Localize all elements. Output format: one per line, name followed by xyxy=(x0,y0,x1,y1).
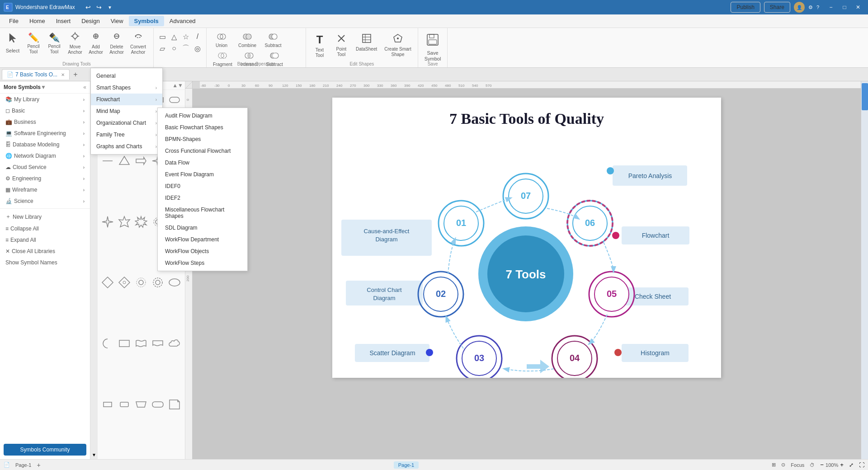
settings-button[interactable]: ⚙ xyxy=(808,5,813,10)
menu-design[interactable]: Design xyxy=(76,16,105,26)
dropdown-event-flow[interactable]: Event Flow Diagram xyxy=(158,169,247,180)
create-smart-shape-tool[interactable]: Create SmartShape xyxy=(382,32,414,59)
symbols-community-button[interactable]: Symbols Community xyxy=(4,444,86,456)
dropdown-idef0[interactable]: IDEF0 xyxy=(158,180,247,192)
menu-symbols[interactable]: Symbols xyxy=(129,16,164,26)
undo-button[interactable]: ↩ xyxy=(83,2,93,12)
zoom-out-button[interactable]: − xyxy=(820,461,824,468)
fullscreen-button[interactable]: ⛶ xyxy=(859,462,864,468)
shape-4star2[interactable] xyxy=(100,215,115,229)
shape-wave-rect2[interactable] xyxy=(151,336,165,351)
submenu-family-tree[interactable]: Family Tree › xyxy=(91,129,162,141)
dropdown-data-flow[interactable]: Data Flow xyxy=(158,157,247,169)
sidebar-item-wireframe[interactable]: ▦ Wireframe › xyxy=(2,184,88,195)
sidebar-item-engineering[interactable]: ⚙ Engineering › xyxy=(2,173,88,184)
user-avatar[interactable]: 👤 xyxy=(794,2,805,13)
more-button[interactable]: ▼ xyxy=(105,2,115,12)
dropdown-workflow-objects[interactable]: WorkFlow Objects xyxy=(158,245,247,257)
pencil-tool2[interactable]: ✒️ PencilTool xyxy=(44,30,64,56)
scroll-down-btn[interactable]: ▼ xyxy=(92,452,96,457)
shape-crescent[interactable] xyxy=(100,336,115,351)
shape-cloud[interactable] xyxy=(167,336,182,351)
pencil-tool[interactable]: ✏️ PencilTool xyxy=(24,30,43,56)
star-shape[interactable]: ☆ xyxy=(181,32,191,42)
line-shape[interactable]: / xyxy=(193,32,203,42)
redo-button[interactable]: ↪ xyxy=(94,2,104,12)
shape-diamond2[interactable] xyxy=(117,275,132,290)
point-tool[interactable]: PointTool xyxy=(331,32,351,59)
tab-add-button[interactable]: + xyxy=(71,70,80,79)
dropdown-misc-flowchart[interactable]: Miscellaneous Flowchart Shapes xyxy=(158,204,247,222)
circle-shape[interactable]: ○ xyxy=(169,43,179,53)
shape-diamond[interactable] xyxy=(100,275,115,290)
shapes-panel-up[interactable]: ▲ xyxy=(172,82,178,89)
sidebar-item-basic[interactable]: ◻ Basic › xyxy=(2,105,88,116)
sidebar-item-software-engineering[interactable]: 💻 Software Engineering › xyxy=(2,128,88,139)
shape-rounded2[interactable] xyxy=(117,397,132,412)
sidebar-item-science[interactable]: 🔬 Science › xyxy=(2,196,88,207)
rect-shape[interactable]: ▭ xyxy=(157,32,167,42)
data-sheet-tool[interactable]: DataSheet xyxy=(353,32,380,54)
menu-insert[interactable]: Insert xyxy=(51,16,76,26)
close-all-libraries-button[interactable]: ✕ Close All Libraries xyxy=(2,246,88,257)
shape-small-rect[interactable] xyxy=(100,397,115,412)
add-page-button[interactable]: + xyxy=(37,461,40,469)
menu-file[interactable]: File xyxy=(4,16,24,26)
help-button[interactable]: ? xyxy=(816,5,819,10)
union-button[interactable]: Union xyxy=(210,32,233,49)
shape-gear2[interactable] xyxy=(151,275,165,290)
shape-line-horiz[interactable] xyxy=(100,154,115,168)
submenu-org-chart[interactable]: Organizational Chart › xyxy=(91,117,162,129)
zoom-in-button[interactable]: + xyxy=(840,461,844,468)
convert-anchor-tool[interactable]: ConvertAnchor xyxy=(127,29,149,57)
dropdown-workflow-dept[interactable]: WorkFlow Department xyxy=(158,234,247,245)
delete-anchor-tool[interactable]: DeleteAnchor xyxy=(107,29,127,57)
sidebar-item-business[interactable]: 💼 Business › xyxy=(2,117,88,127)
tab-close-button[interactable]: ✕ xyxy=(61,72,65,77)
sidebar-collapse-button[interactable]: ▼ xyxy=(41,84,46,90)
new-library-button[interactable]: ＋ New Library xyxy=(2,211,88,223)
shape-8star[interactable] xyxy=(134,215,148,229)
fit-button[interactable]: ⤢ xyxy=(849,462,854,468)
dropdown-cross-functional[interactable]: Cross Functional Flowchart xyxy=(158,145,247,157)
sidebar-close-button[interactable]: « xyxy=(83,84,86,90)
sidebar-item-database-modeling[interactable]: 🗄 Database Modeling › xyxy=(2,139,88,150)
share-button[interactable]: Share xyxy=(764,2,790,13)
dropdown-sdl[interactable]: SDL Diagram xyxy=(158,222,247,234)
submenu-general[interactable]: General xyxy=(91,70,162,82)
subtract-button[interactable]: Subtract xyxy=(262,32,284,49)
menu-view[interactable]: View xyxy=(105,16,129,26)
add-anchor-tool[interactable]: AddAnchor xyxy=(86,29,106,57)
move-anchor-tool[interactable]: MoveAnchor xyxy=(65,29,85,57)
shape-6star[interactable] xyxy=(117,215,132,229)
dropdown-bpmn[interactable]: BPMN-Shapes xyxy=(158,133,247,145)
shape-stadium[interactable] xyxy=(167,93,182,107)
sidebar-item-cloud-service[interactable]: ☁ Cloud Service › xyxy=(2,162,88,173)
shapes-panel-down[interactable]: ▼ xyxy=(178,82,183,89)
dropdown-basic-flowchart[interactable]: Basic Flowchart Shapes xyxy=(158,122,247,133)
shape-rect2[interactable] xyxy=(117,336,132,351)
dropdown-audit-flow[interactable]: Audit Flow Diagram xyxy=(158,110,247,122)
expand-all-button[interactable]: ≡ Expand All xyxy=(2,235,88,245)
shape-trapezoid[interactable] xyxy=(134,397,148,412)
dropdown-idef2[interactable]: IDEF2 xyxy=(158,192,247,204)
save-symbol-tool[interactable]: SaveSymbol xyxy=(422,32,444,64)
show-symbol-names-button[interactable]: Show Symbol Names xyxy=(2,257,88,268)
sidebar-item-network-diagram[interactable]: 🌐 Network Diagram › xyxy=(2,150,88,161)
publish-button[interactable]: Publish xyxy=(731,2,760,13)
submenu-flowchart[interactable]: Flowchart › xyxy=(91,94,162,105)
target-shape[interactable]: ◎ xyxy=(193,43,203,53)
parallelogram-shape[interactable]: ▱ xyxy=(157,43,167,53)
menu-advanced[interactable]: Advanced xyxy=(164,16,201,26)
shape-ellipse[interactable] xyxy=(167,275,182,290)
shape-note[interactable] xyxy=(167,397,182,412)
right-panel-expand[interactable] xyxy=(862,83,868,110)
arc-shape[interactable]: ⌒ xyxy=(181,43,191,53)
text-tool[interactable]: T TextTool xyxy=(310,32,330,60)
shape-right-arrow[interactable] xyxy=(134,154,148,168)
triangle-shape[interactable]: △ xyxy=(169,32,179,42)
minimize-button[interactable]: − xyxy=(825,3,837,12)
menu-home[interactable]: Home xyxy=(24,16,51,26)
maximize-button[interactable]: □ xyxy=(838,3,851,12)
shape-pillow[interactable] xyxy=(151,397,165,412)
